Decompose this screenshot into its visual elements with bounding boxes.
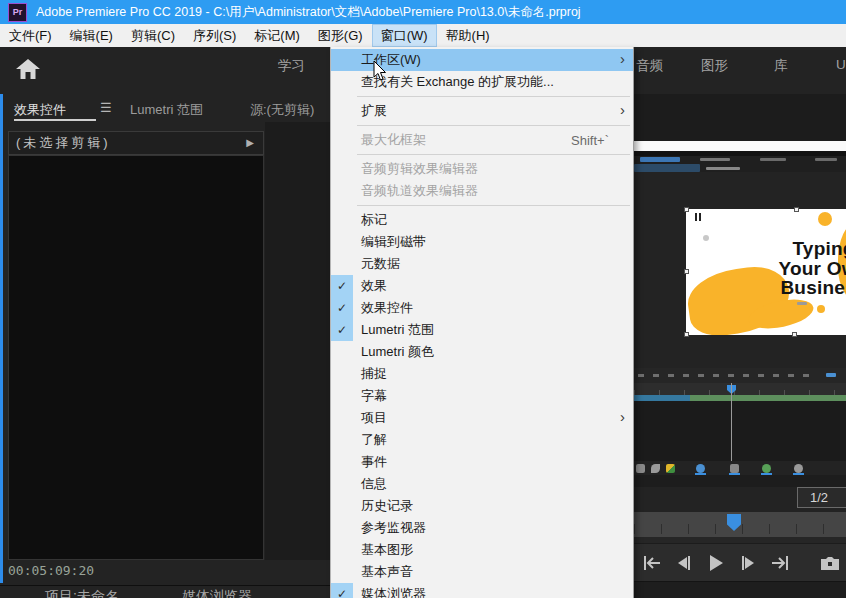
workspace-tab-4[interactable]: 库: [774, 57, 788, 75]
window-menu-item-15[interactable]: ✓效果控件: [331, 297, 633, 319]
menu-item-label: 媒体浏览器: [361, 585, 426, 598]
check-gutter: [331, 231, 353, 253]
selection-handle[interactable]: [792, 332, 797, 337]
menubar-item-5[interactable]: 标记(M): [245, 24, 309, 47]
panel-tab-2[interactable]: Lumetri 范围: [130, 101, 203, 119]
step-back-button[interactable]: [668, 551, 700, 575]
monitor-time-ruler[interactable]: [634, 512, 846, 537]
window-menu-item-25[interactable]: 参考监视器: [331, 517, 633, 539]
check-gutter: [331, 539, 353, 561]
bottom-tab-2[interactable]: 媒体浏览器: [182, 588, 252, 598]
check-gutter: [331, 363, 353, 385]
menubar-item-3[interactable]: 剪辑(C): [122, 24, 184, 47]
white-strip: [634, 141, 846, 151]
window-menu-item-28[interactable]: ✓媒体浏览器: [331, 583, 633, 598]
scrubber-ticks: [634, 524, 846, 534]
window-menu-item-4[interactable]: 扩展›: [331, 100, 633, 122]
window-menu-item-11[interactable]: 标记: [331, 209, 633, 231]
menu-separator: [331, 202, 633, 209]
window-menu-item-16[interactable]: ✓Lumetri 范围: [331, 319, 633, 341]
linked-selection-icon[interactable]: [696, 464, 705, 473]
selection-handle[interactable]: [684, 332, 689, 337]
check-gutter: [331, 341, 353, 363]
nest-toggle-icon[interactable]: [636, 464, 645, 473]
home-icon: [14, 56, 42, 82]
bottom-tab-1[interactable]: 项目:未命名: [45, 588, 119, 598]
window-menu-item-8[interactable]: 音频剪辑效果编辑器: [331, 158, 633, 180]
window-menu-item-23[interactable]: 信息: [331, 473, 633, 495]
workspace-tab-1[interactable]: 学习: [278, 57, 305, 75]
selected-graphic-clip[interactable]: TypingYour OwnBusiness: [686, 209, 846, 335]
workspace-tab-3[interactable]: 图形: [701, 57, 728, 75]
window-menu-item-9[interactable]: 音频轨道效果编辑器: [331, 180, 633, 202]
menubar-item-8[interactable]: 帮助(H): [437, 24, 499, 47]
playhead-line[interactable]: [731, 383, 732, 461]
go-to-in-button[interactable]: [636, 551, 668, 575]
window-menu-item-17[interactable]: Lumetri 颜色: [331, 341, 633, 363]
timeline-ruler[interactable]: [634, 383, 846, 395]
menubar-item-2[interactable]: 编辑(E): [61, 24, 122, 47]
playback-resolution-dropdown[interactable]: 1/2: [797, 487, 846, 508]
snap-icon[interactable]: [651, 464, 660, 473]
menu-item-label: Lumetri 范围: [361, 321, 434, 339]
display-settings-icon[interactable]: [794, 464, 803, 473]
monitor-bottom-strip: [634, 581, 846, 598]
window-menu-item-12[interactable]: 编辑到磁带: [331, 231, 633, 253]
timeline-toggle-icons: [634, 461, 846, 475]
menu-separator: [331, 151, 633, 158]
step-forward-button[interactable]: [732, 551, 764, 575]
no-clip-selected-header[interactable]: (未选择剪辑)▶: [8, 131, 264, 155]
home-button[interactable]: [14, 56, 44, 82]
menubar-item-7[interactable]: 窗口(W): [372, 24, 437, 47]
video-title-line: Your Own: [741, 259, 846, 279]
menu-item-label: 效果: [361, 277, 387, 295]
submenu-arrow-icon: ›: [620, 50, 625, 67]
menubar-item-6[interactable]: 图形(G): [309, 24, 372, 47]
playhead-timecode[interactable]: 00:05:09:20: [8, 563, 94, 578]
program-monitor-video-area[interactable]: TypingYour OwnBusiness: [634, 172, 846, 368]
magnet-icon[interactable]: [666, 464, 675, 473]
settings-wrench-icon[interactable]: [762, 464, 771, 473]
menu-separator: [331, 93, 633, 100]
window-menu-item-27[interactable]: 基本声音: [331, 561, 633, 583]
go-to-out-button[interactable]: [764, 551, 796, 575]
window-menu-item-21[interactable]: 了解: [331, 429, 633, 451]
gray-dot: [703, 235, 709, 241]
menu-item-label: 元数据: [361, 255, 400, 273]
window-menu-item-24[interactable]: 历史记录: [331, 495, 633, 517]
tab-text-blur: [815, 158, 837, 161]
window-menu-item-26[interactable]: 基本图形: [331, 539, 633, 561]
window-menu-item-19[interactable]: 字幕: [331, 385, 633, 407]
window-menu-item-6[interactable]: 最大化框架Shift+`: [331, 129, 633, 151]
window-menu-item-20[interactable]: 项目›: [331, 407, 633, 429]
export-frame-button[interactable]: [814, 551, 846, 575]
panel-tab-1[interactable]: 效果控件: [14, 101, 66, 119]
add-marker-icon[interactable]: [730, 464, 739, 473]
selection-handle[interactable]: [684, 269, 689, 274]
go-to-out-icon: [770, 555, 790, 571]
selection-handle[interactable]: [794, 207, 799, 212]
sequence-tab-blur: [640, 157, 680, 162]
check-gutter: [331, 129, 353, 151]
window-menu-item-22[interactable]: 事件: [331, 451, 633, 473]
window-menu-item-14[interactable]: ✓效果: [331, 275, 633, 297]
window-menu-item-18[interactable]: 捕捉: [331, 363, 633, 385]
menu-item-label: 扩展: [361, 102, 387, 120]
panel-tab-3[interactable]: 源:(无剪辑): [250, 101, 314, 119]
selection-handle[interactable]: [684, 207, 689, 212]
mouse-cursor: [373, 60, 387, 85]
toolbar-blue-blur: [826, 373, 836, 377]
check-gutter: [331, 451, 353, 473]
menu-item-label: 音频轨道效果编辑器: [361, 182, 478, 200]
menubar-item-1[interactable]: 文件(F): [0, 24, 61, 47]
play-button[interactable]: [700, 551, 732, 575]
expand-triangle-icon[interactable]: ▶: [246, 132, 254, 154]
window-menu-item-13[interactable]: 元数据: [331, 253, 633, 275]
timeline-tracks[interactable]: [634, 401, 846, 462]
panel-menu-icon[interactable]: ☰: [100, 100, 112, 115]
workspace-tab-5[interactable]: Un: [836, 57, 846, 72]
check-gutter: [331, 180, 353, 202]
menubar-item-4[interactable]: 序列(S): [184, 24, 245, 47]
check-gutter: [331, 100, 353, 122]
workspace-tab-2[interactable]: 音频: [636, 57, 663, 75]
